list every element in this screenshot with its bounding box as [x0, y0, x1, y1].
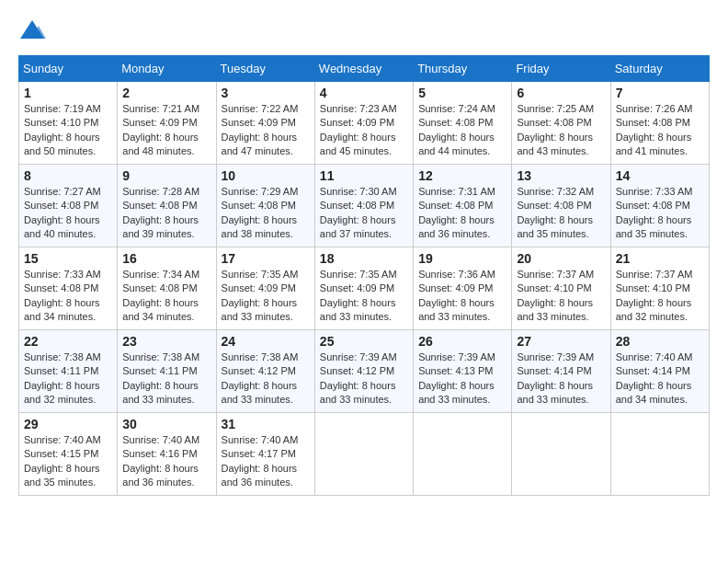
- day-detail: Sunrise: 7:33 AMSunset: 4:08 PMDaylight:…: [24, 269, 101, 322]
- day-detail: Sunrise: 7:39 AMSunset: 4:13 PMDaylight:…: [418, 351, 495, 405]
- day-detail: Sunrise: 7:33 AMSunset: 4:08 PMDaylight:…: [616, 186, 693, 239]
- day-cell-15: 15 Sunrise: 7:33 AMSunset: 4:08 PMDaylig…: [19, 247, 118, 330]
- day-cell-24: 24 Sunrise: 7:38 AMSunset: 4:12 PMDaylig…: [216, 330, 314, 413]
- day-number: 13: [517, 168, 605, 183]
- day-cell-22: 22 Sunrise: 7:38 AMSunset: 4:11 PMDaylig…: [19, 330, 118, 413]
- day-number: 3: [222, 86, 310, 100]
- calendar-week-2: 8 Sunrise: 7:27 AMSunset: 4:08 PMDayligh…: [19, 165, 710, 247]
- day-number: 12: [418, 168, 506, 183]
- day-number: 4: [320, 86, 408, 100]
- day-detail: Sunrise: 7:39 AMSunset: 4:12 PMDaylight:…: [320, 351, 397, 405]
- logo-icon: [18, 18, 46, 46]
- day-number: 21: [616, 251, 704, 266]
- day-cell-16: 16 Sunrise: 7:34 AMSunset: 4:08 PMDaylig…: [118, 247, 216, 330]
- day-number: 26: [418, 334, 506, 349]
- day-number: 5: [418, 86, 506, 100]
- day-cell-28: 28 Sunrise: 7:40 AMSunset: 4:14 PMDaylig…: [610, 330, 709, 413]
- day-detail: Sunrise: 7:40 AMSunset: 4:15 PMDaylight:…: [24, 434, 101, 488]
- day-detail: Sunrise: 7:35 AMSunset: 4:09 PMDaylight:…: [222, 269, 299, 322]
- day-cell-19: 19 Sunrise: 7:36 AMSunset: 4:09 PMDaylig…: [414, 247, 512, 330]
- day-number: 7: [616, 86, 704, 100]
- day-number: 14: [616, 168, 704, 183]
- day-number: 10: [222, 168, 310, 183]
- logo: [18, 18, 50, 46]
- day-number: 24: [222, 334, 310, 349]
- day-cell-23: 23 Sunrise: 7:38 AMSunset: 4:11 PMDaylig…: [118, 330, 216, 413]
- day-detail: Sunrise: 7:30 AMSunset: 4:08 PMDaylight:…: [320, 186, 397, 239]
- day-cell-1: 1 Sunrise: 7:19 AMSunset: 4:10 PMDayligh…: [19, 82, 118, 165]
- day-detail: Sunrise: 7:24 AMSunset: 4:08 PMDaylight:…: [418, 103, 495, 156]
- day-cell-25: 25 Sunrise: 7:39 AMSunset: 4:12 PMDaylig…: [314, 330, 413, 413]
- day-cell-3: 3 Sunrise: 7:22 AMSunset: 4:09 PMDayligh…: [216, 82, 314, 165]
- day-detail: Sunrise: 7:25 AMSunset: 4:08 PMDaylight:…: [517, 103, 594, 156]
- day-detail: Sunrise: 7:22 AMSunset: 4:09 PMDaylight:…: [222, 103, 299, 156]
- day-cell-21: 21 Sunrise: 7:37 AMSunset: 4:10 PMDaylig…: [610, 247, 709, 330]
- day-detail: Sunrise: 7:32 AMSunset: 4:08 PMDaylight:…: [517, 186, 594, 239]
- header-sunday: Sunday: [19, 56, 118, 82]
- day-cell-5: 5 Sunrise: 7:24 AMSunset: 4:08 PMDayligh…: [414, 82, 512, 165]
- calendar-header-row: SundayMondayTuesdayWednesdayThursdayFrid…: [19, 56, 710, 82]
- calendar-week-3: 15 Sunrise: 7:33 AMSunset: 4:08 PMDaylig…: [19, 247, 710, 330]
- day-cell-20: 20 Sunrise: 7:37 AMSunset: 4:10 PMDaylig…: [512, 247, 610, 330]
- day-number: 18: [320, 251, 408, 266]
- day-cell-14: 14 Sunrise: 7:33 AMSunset: 4:08 PMDaylig…: [610, 165, 709, 247]
- header-monday: Monday: [118, 56, 216, 82]
- day-detail: Sunrise: 7:28 AMSunset: 4:08 PMDaylight:…: [122, 186, 199, 239]
- day-cell-13: 13 Sunrise: 7:32 AMSunset: 4:08 PMDaylig…: [512, 165, 610, 247]
- empty-cell: [610, 413, 709, 496]
- day-number: 6: [517, 86, 605, 100]
- day-cell-2: 2 Sunrise: 7:21 AMSunset: 4:09 PMDayligh…: [118, 82, 216, 165]
- day-detail: Sunrise: 7:36 AMSunset: 4:09 PMDaylight:…: [418, 269, 495, 322]
- day-detail: Sunrise: 7:40 AMSunset: 4:17 PMDaylight:…: [222, 434, 299, 488]
- header-saturday: Saturday: [610, 56, 709, 82]
- day-cell-9: 9 Sunrise: 7:28 AMSunset: 4:08 PMDayligh…: [118, 165, 216, 247]
- day-number: 8: [24, 168, 112, 183]
- day-cell-11: 11 Sunrise: 7:30 AMSunset: 4:08 PMDaylig…: [314, 165, 413, 247]
- day-detail: Sunrise: 7:40 AMSunset: 4:14 PMDaylight:…: [616, 351, 693, 405]
- day-detail: Sunrise: 7:40 AMSunset: 4:16 PMDaylight:…: [122, 434, 199, 488]
- day-detail: Sunrise: 7:37 AMSunset: 4:10 PMDaylight:…: [616, 269, 693, 322]
- calendar-week-5: 29 Sunrise: 7:40 AMSunset: 4:15 PMDaylig…: [19, 413, 710, 496]
- empty-cell: [414, 413, 512, 496]
- day-detail: Sunrise: 7:35 AMSunset: 4:09 PMDaylight:…: [320, 269, 397, 322]
- day-cell-29: 29 Sunrise: 7:40 AMSunset: 4:15 PMDaylig…: [19, 413, 118, 496]
- day-number: 29: [24, 417, 112, 431]
- day-cell-7: 7 Sunrise: 7:26 AMSunset: 4:08 PMDayligh…: [610, 82, 709, 165]
- day-cell-30: 30 Sunrise: 7:40 AMSunset: 4:16 PMDaylig…: [118, 413, 216, 496]
- day-detail: Sunrise: 7:19 AMSunset: 4:10 PMDaylight:…: [24, 103, 101, 156]
- day-detail: Sunrise: 7:23 AMSunset: 4:09 PMDaylight:…: [320, 103, 397, 156]
- day-cell-17: 17 Sunrise: 7:35 AMSunset: 4:09 PMDaylig…: [216, 247, 314, 330]
- day-number: 9: [122, 168, 210, 183]
- day-detail: Sunrise: 7:26 AMSunset: 4:08 PMDaylight:…: [616, 103, 693, 156]
- calendar-week-1: 1 Sunrise: 7:19 AMSunset: 4:10 PMDayligh…: [19, 82, 710, 165]
- day-cell-27: 27 Sunrise: 7:39 AMSunset: 4:14 PMDaylig…: [512, 330, 610, 413]
- day-cell-8: 8 Sunrise: 7:27 AMSunset: 4:08 PMDayligh…: [19, 165, 118, 247]
- day-detail: Sunrise: 7:37 AMSunset: 4:10 PMDaylight:…: [517, 269, 594, 322]
- day-number: 2: [122, 86, 210, 100]
- day-number: 22: [24, 334, 112, 349]
- header-wednesday: Wednesday: [314, 56, 413, 82]
- day-detail: Sunrise: 7:31 AMSunset: 4:08 PMDaylight:…: [418, 186, 495, 239]
- day-detail: Sunrise: 7:39 AMSunset: 4:14 PMDaylight:…: [517, 351, 594, 405]
- day-cell-18: 18 Sunrise: 7:35 AMSunset: 4:09 PMDaylig…: [314, 247, 413, 330]
- day-detail: Sunrise: 7:38 AMSunset: 4:11 PMDaylight:…: [24, 351, 101, 405]
- day-number: 20: [517, 251, 605, 266]
- day-detail: Sunrise: 7:27 AMSunset: 4:08 PMDaylight:…: [24, 186, 101, 239]
- calendar-week-4: 22 Sunrise: 7:38 AMSunset: 4:11 PMDaylig…: [19, 330, 710, 413]
- header-friday: Friday: [512, 56, 610, 82]
- day-number: 31: [222, 417, 310, 431]
- day-cell-26: 26 Sunrise: 7:39 AMSunset: 4:13 PMDaylig…: [414, 330, 512, 413]
- day-number: 25: [320, 334, 408, 349]
- empty-cell: [314, 413, 413, 496]
- day-detail: Sunrise: 7:34 AMSunset: 4:08 PMDaylight:…: [122, 269, 199, 322]
- day-cell-6: 6 Sunrise: 7:25 AMSunset: 4:08 PMDayligh…: [512, 82, 610, 165]
- day-number: 11: [320, 168, 408, 183]
- day-cell-4: 4 Sunrise: 7:23 AMSunset: 4:09 PMDayligh…: [314, 82, 413, 165]
- calendar-table: SundayMondayTuesdayWednesdayThursdayFrid…: [18, 55, 710, 496]
- day-number: 16: [122, 251, 210, 266]
- day-number: 15: [24, 251, 112, 266]
- day-number: 1: [24, 86, 112, 100]
- page-header: [18, 18, 710, 46]
- day-detail: Sunrise: 7:29 AMSunset: 4:08 PMDaylight:…: [222, 186, 299, 239]
- day-detail: Sunrise: 7:38 AMSunset: 4:12 PMDaylight:…: [222, 351, 299, 405]
